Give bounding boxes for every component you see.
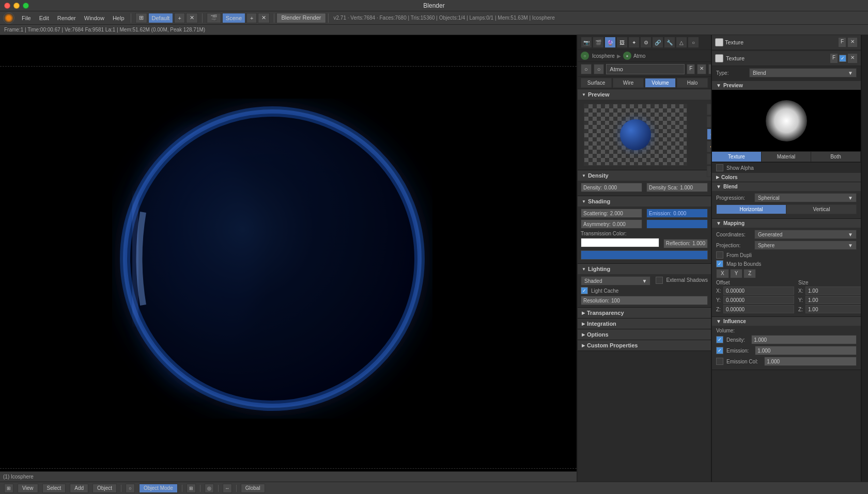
menu-file[interactable]: File	[18, 11, 35, 25]
prev-hair-icon[interactable]: ≡	[707, 153, 711, 165]
type-dropdown[interactable]: Blend ▼	[749, 68, 857, 77]
density-slider[interactable]: Density: 0.000	[581, 183, 642, 192]
placeholder-blue[interactable]	[646, 219, 708, 229]
influence-density-checkbox[interactable]: ✓	[716, 336, 723, 343]
nav-modifiers[interactable]: 🔧	[664, 37, 675, 48]
projection-dropdown[interactable]: Sphere ▼	[754, 241, 857, 250]
nav-physics[interactable]: ⚙	[640, 37, 652, 48]
light-cache-checkbox[interactable]: ✓	[581, 287, 588, 294]
tex-x-btn2[interactable]: ✕	[847, 53, 858, 63]
nav-data[interactable]: △	[676, 37, 687, 48]
reflection-color-swatch[interactable]	[581, 250, 708, 260]
nav-constraints[interactable]: 🔗	[652, 37, 663, 48]
nav-particles[interactable]: ✦	[628, 37, 640, 48]
ext-shadows-checkbox[interactable]	[656, 277, 663, 284]
tab-surface[interactable]: Surface	[581, 78, 612, 88]
layout-add-btn[interactable]: +	[174, 13, 184, 23]
menu-edit[interactable]: Edit	[35, 11, 53, 25]
nav-scene[interactable]: 🎬	[593, 37, 604, 48]
hv-tab-vertical[interactable]: Vertical	[786, 204, 857, 214]
scene-close-btn[interactable]: ✕	[258, 13, 270, 23]
object-btn[interactable]: Object	[92, 484, 117, 493]
blend-header[interactable]: ▼ Blend	[712, 182, 861, 191]
tex-tab-material[interactable]: Material	[762, 152, 811, 162]
prev-flat-icon[interactable]: □	[707, 104, 711, 115]
transform-icon[interactable]: ↔	[223, 484, 232, 493]
transmission-color-swatch[interactable]	[581, 238, 659, 247]
x-axis-btn[interactable]: X	[716, 269, 729, 278]
shading-header[interactable]: ▼ Shading	[578, 196, 711, 206]
viewport[interactable]: (1) Icosphere	[0, 35, 578, 482]
x-button[interactable]: ✕	[697, 64, 706, 74]
offset-z-input[interactable]: 0.00000	[723, 305, 794, 313]
options-header[interactable]: ▶ Options	[578, 329, 711, 340]
integration-header[interactable]: ▶ Integration	[578, 318, 711, 329]
object-mode-btn[interactable]: Object Mode	[139, 484, 178, 493]
tex-enabled-checkbox[interactable]: ✓	[839, 55, 846, 62]
size-x-input[interactable]: 1.00	[805, 286, 861, 295]
material-icon[interactable]: ○	[581, 64, 592, 74]
add-btn[interactable]: Add	[70, 484, 88, 493]
render-engine-selector[interactable]: Blender Render	[276, 13, 326, 23]
influence-header[interactable]: ▼ Influence	[712, 317, 861, 326]
pivot-icon[interactable]: ◎	[205, 484, 214, 493]
tex-preview-header[interactable]: ▼ Preview	[712, 81, 861, 90]
bottom-icon-menu[interactable]: ⊞	[4, 484, 13, 493]
prev-sphere-icon[interactable]: ○	[707, 116, 711, 128]
colors-header[interactable]: ▶ Colors	[712, 173, 861, 182]
size-z-input[interactable]: 1.00	[805, 305, 861, 313]
global-btn[interactable]: Global	[241, 484, 265, 493]
prev-sky-icon[interactable]: ☁	[707, 166, 711, 177]
lighting-header[interactable]: ▼ Lighting	[578, 264, 711, 274]
scene-selector[interactable]: Scene	[222, 13, 245, 23]
nav-material[interactable]: 🔮	[605, 37, 616, 48]
mapping-header[interactable]: ▼ Mapping	[712, 219, 861, 228]
z-axis-btn[interactable]: Z	[743, 269, 756, 278]
select-btn[interactable]: Select	[42, 484, 66, 493]
tex-x-btn[interactable]: ✕	[847, 37, 858, 47]
density-scale-slider[interactable]: Density Sca: 1.000	[646, 183, 708, 192]
view-btn[interactable]: View	[18, 484, 38, 493]
influence-emission-checkbox[interactable]: ✓	[716, 347, 723, 354]
resolution-slider[interactable]: Resolution: 100	[581, 296, 708, 305]
nav-object[interactable]: ○	[688, 37, 699, 48]
nav-texture[interactable]: 🖼	[616, 37, 628, 48]
show-alpha-checkbox[interactable]	[716, 164, 723, 171]
window-controls[interactable]	[4, 3, 29, 9]
material-icon2[interactable]: ○	[594, 64, 605, 74]
minimize-button[interactable]	[13, 3, 20, 9]
tex-tab-both[interactable]: Both	[811, 152, 861, 162]
data-button[interactable]: Data	[708, 64, 712, 74]
close-button[interactable]	[4, 3, 10, 9]
influence-emission-slider[interactable]: 1.000	[755, 346, 857, 355]
size-y-input[interactable]: 1.00	[805, 296, 861, 304]
layer-icon[interactable]: ⊞	[187, 484, 196, 493]
menu-help[interactable]: Help	[109, 11, 129, 25]
scene-icon-btn[interactable]: 🎬	[207, 13, 221, 23]
emission-slider[interactable]: Emission: 0.000	[646, 209, 708, 218]
y-axis-btn[interactable]: Y	[730, 269, 743, 278]
tab-halo[interactable]: Halo	[677, 78, 708, 88]
offset-x-input[interactable]: 0.00000	[723, 286, 794, 295]
tex-f-btn[interactable]: F	[838, 37, 846, 47]
influence-density-slider[interactable]: 1.000	[751, 335, 857, 344]
offset-y-input[interactable]: 0.00000	[723, 296, 794, 304]
maximize-button[interactable]	[23, 3, 29, 9]
f-button[interactable]: F	[687, 64, 695, 74]
scene-add-btn[interactable]: +	[246, 13, 257, 23]
tex-f-btn2[interactable]: F	[830, 53, 838, 63]
layout-close-btn[interactable]: ✕	[186, 13, 198, 23]
emission-col-slider[interactable]: 1.000	[764, 357, 857, 366]
layout-selector[interactable]: Default	[148, 13, 174, 23]
tex-tab-texture[interactable]: Texture	[712, 152, 762, 162]
layout-icon-btn[interactable]: ⊞	[135, 13, 147, 23]
menu-window[interactable]: Window	[80, 11, 109, 25]
from-dupli-checkbox[interactable]	[716, 251, 723, 259]
preview-header[interactable]: ▼ Preview	[578, 89, 711, 100]
right-scrollbar[interactable]	[862, 35, 868, 482]
prev-monkey-icon[interactable]: 🐵	[707, 141, 711, 152]
asymmetry-slider[interactable]: Asymmetry: 0.000	[581, 219, 642, 229]
nav-render[interactable]: 📷	[581, 37, 592, 48]
transparency-header[interactable]: ▶ Transparency	[578, 308, 711, 318]
custom-properties-header[interactable]: ▶ Custom Properties	[578, 340, 711, 350]
